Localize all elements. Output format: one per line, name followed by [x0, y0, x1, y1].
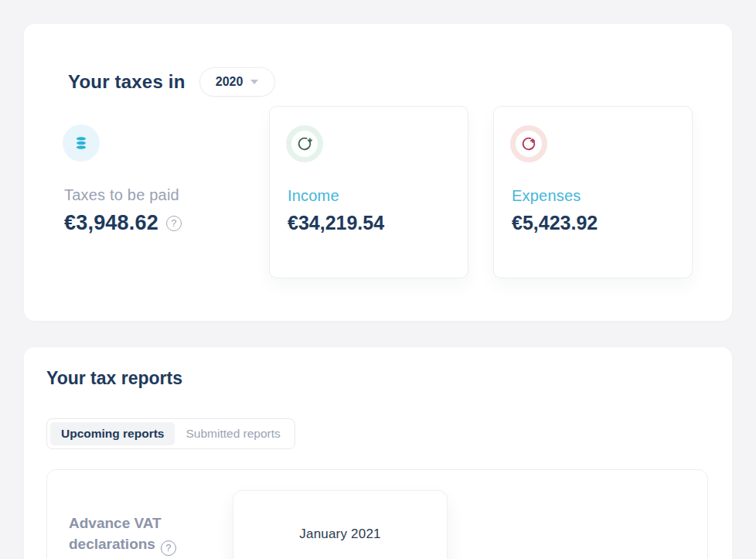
metric-amount-row: €34,219.54 — [288, 212, 384, 234]
advance-vat-panel: Advance VAT declarations? January 2021 — [46, 469, 708, 559]
metric-amount-row: €5,423.92 — [512, 212, 598, 234]
metric-label: Expenses — [512, 187, 581, 205]
report-month-title: January 2021 — [233, 527, 447, 542]
metric-amount: €5,423.92 — [512, 212, 598, 234]
taxes-title: Your taxes in — [68, 71, 186, 93]
reports-title: Your tax reports — [46, 368, 182, 389]
year-selector[interactable]: 2020 — [199, 67, 275, 97]
advance-vat-label-line2: declarations — [69, 536, 155, 552]
metric-amount: €3,948.62 — [64, 211, 158, 235]
database-icon — [63, 124, 100, 162]
metric-income-card: Income €34,219.54 — [269, 106, 468, 278]
year-selector-value: 2020 — [216, 75, 243, 89]
report-card-january-2021[interactable]: January 2021 — [233, 490, 448, 559]
tax-reports-card: Your tax reports Upcoming reports Submit… — [24, 347, 732, 559]
metric-label: Taxes to be paid — [64, 186, 179, 204]
taxes-header: Your taxes in 2020 — [68, 67, 275, 97]
metric-amount: €34,219.54 — [288, 212, 384, 234]
arrow-down-circle-icon — [286, 125, 323, 162]
help-icon[interactable]: ? — [166, 216, 182, 231]
advance-vat-label: Advance VAT declarations? — [69, 513, 176, 556]
tab-submitted-reports[interactable]: Submitted reports — [175, 422, 291, 445]
taxes-summary-card: Your taxes in 2020 Taxes to be paid €3,9… — [24, 24, 732, 321]
metric-amount-row: €3,948.62 ? — [64, 211, 182, 235]
metric-expenses-card: Expenses €5,423.92 — [493, 106, 693, 278]
metric-label: Income — [288, 187, 339, 205]
reports-tabs: Upcoming reports Submitted reports — [46, 418, 295, 449]
arrow-up-circle-icon — [510, 125, 547, 162]
metric-taxes-to-be-paid: Taxes to be paid €3,948.62 ? — [46, 106, 246, 278]
chevron-down-icon — [250, 80, 258, 84]
tab-upcoming-reports[interactable]: Upcoming reports — [50, 422, 175, 445]
advance-vat-label-line1: Advance VAT — [69, 515, 162, 531]
help-icon[interactable]: ? — [161, 540, 176, 556]
